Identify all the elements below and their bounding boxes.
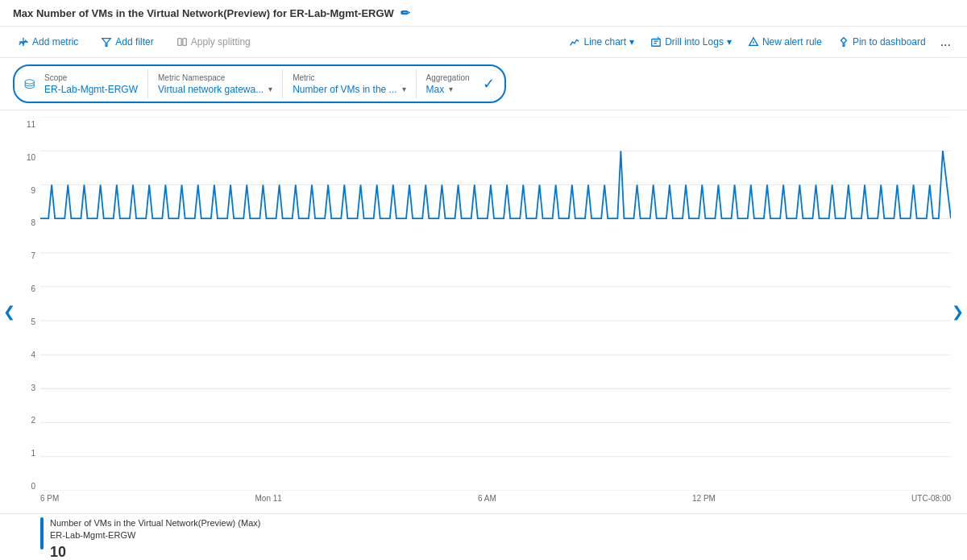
namespace-label: Metric Namespace	[158, 73, 272, 82]
add-metric-label: Add metric	[32, 36, 78, 48]
svg-marker-2	[102, 39, 111, 47]
pin-to-dashboard-button[interactable]: Pin to dashboard	[833, 33, 931, 51]
metric-group: Scope ER-Lab-Mgmt-ERGW Metric Namespace …	[38, 69, 476, 98]
namespace-chevron: ▾	[268, 85, 272, 93]
x-label-12pm: 12 PM	[692, 494, 716, 507]
more-label: ...	[940, 35, 951, 48]
x-label-6pm: 6 PM	[40, 494, 59, 507]
scope-icon: ⛁	[24, 77, 35, 92]
y-label-3: 3	[16, 384, 35, 392]
metric-container: ⛁ Scope ER-Lab-Mgmt-ERGW Metric Namespac…	[13, 64, 506, 103]
pin-icon	[838, 36, 849, 48]
add-metric-icon	[18, 36, 29, 48]
scope-value: ER-Lab-Mgmt-ERGW	[44, 84, 138, 95]
chart-area: ❮ ❯ 11 10 9 8 7 6 5 4 3 2 1 0	[0, 110, 967, 513]
divider-3	[416, 69, 417, 98]
svg-rect-5	[652, 39, 661, 47]
divider-2	[282, 69, 283, 98]
y-label-9: 9	[16, 186, 35, 195]
chart-nav-right-button[interactable]: ❯	[948, 297, 967, 327]
toolbar-left: Add metric Add filter Apply splitting	[13, 33, 255, 51]
new-alert-rule-label: New alert rule	[762, 36, 822, 48]
metric-label: Metric	[293, 73, 405, 82]
aggregation-field: Aggregation Max ▾	[420, 73, 476, 95]
metric-check-icon: ✓	[483, 75, 495, 93]
legend: Number of VMs in the Virtual Network(Pre…	[0, 513, 967, 560]
y-label-8: 8	[16, 218, 35, 227]
add-filter-button[interactable]: Add filter	[96, 33, 158, 51]
y-axis: 11 10 9 8 7 6 5 4 3 2 1 0	[16, 117, 40, 507]
chart-plot: 6 PM Mon 11 6 AM 12 PM UTC-08:00	[40, 117, 951, 507]
legend-info: Number of VMs in the Virtual Network(Pre…	[50, 517, 260, 560]
x-axis: 6 PM Mon 11 6 AM 12 PM UTC-08:00	[40, 491, 951, 507]
drill-chevron: ▾	[727, 36, 732, 48]
add-filter-label: Add filter	[115, 36, 153, 48]
edit-icon[interactable]: ✏	[400, 6, 410, 19]
chart-inner: 11 10 9 8 7 6 5 4 3 2 1 0	[16, 117, 951, 507]
alert-icon	[748, 36, 759, 48]
namespace-value[interactable]: Virtual network gatewa... ▾	[158, 84, 272, 95]
y-label-11: 11	[16, 120, 35, 129]
legend-value: 10	[50, 544, 260, 560]
y-label-7: 7	[16, 251, 35, 260]
y-label-10: 10	[16, 153, 35, 162]
apply-splitting-button[interactable]: Apply splitting	[172, 33, 255, 51]
legend-subtitle: ER-Lab-Mgmt-ERGW	[50, 529, 260, 541]
svg-rect-3	[177, 39, 181, 46]
namespace-field: Metric Namespace Virtual network gatewa.…	[151, 73, 279, 95]
aggregation-label: Aggregation	[426, 73, 470, 82]
x-label-utc: UTC-08:00	[911, 494, 951, 507]
y-label-1: 1	[16, 449, 35, 458]
toolbar-right: Line chart ▾ Drill into Logs ▾	[564, 31, 954, 52]
chart-svg	[40, 117, 951, 491]
line-chart-chevron: ▾	[629, 36, 634, 48]
new-alert-rule-button[interactable]: New alert rule	[743, 33, 827, 51]
apply-splitting-icon	[176, 36, 188, 48]
drill-logs-icon	[650, 36, 662, 48]
add-filter-icon	[101, 36, 112, 48]
y-label-6: 6	[16, 284, 35, 293]
page-title: Max Number of VMs in the Virtual Network…	[13, 7, 394, 19]
apply-splitting-label: Apply splitting	[191, 36, 251, 48]
y-label-2: 2	[16, 416, 35, 425]
line-chart-label: Line chart	[583, 36, 626, 48]
svg-point-9	[753, 44, 753, 45]
y-label-0: 0	[16, 482, 35, 491]
scope-field: Scope ER-Lab-Mgmt-ERGW	[38, 73, 144, 95]
svg-rect-4	[183, 39, 186, 46]
aggregation-value[interactable]: Max ▾	[426, 84, 470, 95]
x-label-6am: 6 AM	[478, 494, 496, 507]
drill-into-logs-button[interactable]: Drill into Logs ▾	[645, 33, 737, 51]
add-metric-button[interactable]: Add metric	[13, 33, 83, 51]
more-options-button[interactable]: ...	[937, 31, 954, 52]
x-label-mon11: Mon 11	[255, 494, 282, 507]
y-label-4: 4	[16, 351, 35, 359]
line-chart-icon	[569, 36, 580, 48]
page: Max Number of VMs in the Virtual Network…	[0, 0, 967, 560]
drill-into-logs-label: Drill into Logs	[665, 36, 724, 48]
chart-nav-left-button[interactable]: ❮	[0, 297, 19, 327]
metric-value[interactable]: Number of VMs in the ... ▾	[293, 84, 405, 95]
title-bar: Max Number of VMs in the Virtual Network…	[0, 0, 967, 27]
legend-title: Number of VMs in the Virtual Network(Pre…	[50, 517, 260, 529]
aggregation-chevron: ▾	[449, 85, 453, 93]
legend-color-bar	[40, 517, 44, 550]
divider-1	[147, 69, 148, 98]
metric-field: Metric Number of VMs in the ... ▾	[286, 73, 412, 95]
toolbar: Add metric Add filter Apply splitting	[0, 27, 967, 58]
metric-chevron: ▾	[402, 85, 406, 93]
pin-to-dashboard-label: Pin to dashboard	[853, 36, 926, 48]
y-label-5: 5	[16, 317, 35, 326]
line-chart-button[interactable]: Line chart ▾	[564, 33, 639, 51]
scope-label: Scope	[44, 73, 138, 82]
metric-row: ⛁ Scope ER-Lab-Mgmt-ERGW Metric Namespac…	[0, 58, 967, 110]
